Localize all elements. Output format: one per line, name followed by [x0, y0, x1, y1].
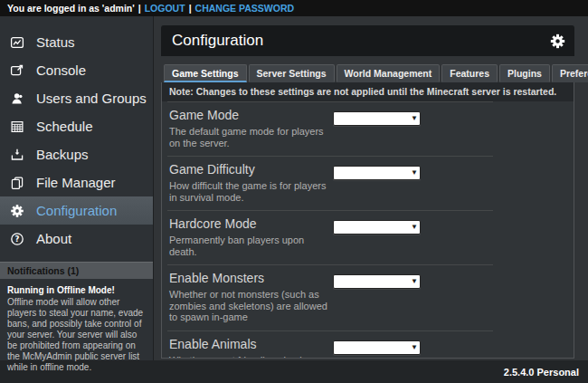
- setting-row-enable-animals: Enable Animals Whether or not friendly a…: [167, 330, 493, 359]
- tab-features[interactable]: Features: [441, 64, 498, 82]
- tab-content: Note: Changes to these settings are not …: [161, 82, 574, 359]
- sidebar-item-label: About: [36, 231, 71, 246]
- setting-description: Permanently ban players upon death.: [169, 235, 332, 257]
- sidebar-item-label: Backups: [36, 147, 89, 162]
- version-label: 2.5.4.0 Personal: [504, 367, 579, 378]
- status-icon: [9, 34, 25, 50]
- setting-row-enable-monsters: Enable Monsters Whether or not monsters …: [167, 264, 493, 330]
- sidebar-item-label: Status: [36, 34, 75, 50]
- sidebar-item-label: File Manager: [36, 175, 116, 190]
- enable-monsters-select[interactable]: ▼: [333, 274, 421, 289]
- panel-header: Configuration: [161, 25, 574, 56]
- setting-name: Enable Animals: [169, 337, 333, 351]
- sidebar-item-users-and-groups[interactable]: Users and Groups: [0, 84, 153, 112]
- notification-text: Offline mode will allow other players to…: [7, 297, 146, 373]
- sidebar-item-label: Users and Groups: [36, 91, 147, 106]
- configuration-gear-icon: [9, 203, 25, 218]
- sidebar-item-label: Schedule: [36, 119, 93, 134]
- setting-name: Game Mode: [169, 108, 333, 122]
- chevron-down-icon: ▼: [410, 276, 419, 287]
- restart-note: Note: Changes to these settings are not …: [162, 82, 574, 101]
- settings-table: Game Mode The default game mode for play…: [167, 101, 493, 359]
- top-bar: You are logged in as 'admin' | LOGOUT | …: [0, 0, 588, 16]
- gear-icon: [550, 34, 565, 49]
- users-icon: [9, 91, 25, 106]
- setting-description: Whether or not monsters (such as zombies…: [169, 289, 332, 323]
- logout-link[interactable]: LOGOUT: [145, 3, 185, 14]
- svg-text:?: ?: [15, 235, 20, 244]
- change-password-link[interactable]: CHANGE PASSWORD: [195, 3, 294, 14]
- sidebar-item-schedule[interactable]: Schedule: [0, 112, 153, 140]
- separator: |: [138, 3, 141, 14]
- about-question-icon: ?: [9, 231, 25, 246]
- setting-description: How difficult the game is for players in…: [169, 180, 332, 203]
- schedule-icon: [9, 119, 25, 134]
- tab-world-management[interactable]: World Management: [337, 64, 441, 82]
- separator: |: [189, 3, 192, 14]
- chevron-down-icon: ▼: [410, 113, 419, 124]
- file-manager-icon: [9, 175, 25, 190]
- sidebar-item-label: Console: [36, 62, 86, 78]
- setting-description: Whether or not friendly animals (such as…: [169, 355, 332, 359]
- setting-row-game-difficulty: Game Difficulty How difficult the game i…: [167, 156, 493, 210]
- main-wrapper: Status Console Users and Groups Schedule: [0, 16, 588, 360]
- backups-icon: [9, 147, 25, 162]
- hardcore-mode-select[interactable]: ▼: [333, 220, 421, 235]
- chevron-down-icon: ▼: [410, 342, 419, 353]
- setting-name: Hardcore Mode: [169, 216, 333, 231]
- sidebar-item-backups[interactable]: Backups: [0, 140, 153, 168]
- sidebar-item-console[interactable]: Console: [0, 56, 153, 84]
- content-area: Configuration Game Settings Server Setti…: [154, 16, 588, 360]
- settings-gear-button[interactable]: [548, 32, 566, 50]
- enable-animals-select[interactable]: ▼: [333, 340, 421, 355]
- sidebar-nav: Status Console Users and Groups Schedule: [0, 16, 153, 253]
- sidebar-item-file-manager[interactable]: File Manager: [0, 168, 153, 196]
- logged-in-text: You are logged in as 'admin': [7, 3, 135, 14]
- chevron-down-icon: ▼: [410, 168, 419, 178]
- tab-game-settings[interactable]: Game Settings: [164, 64, 247, 82]
- notifications-header: Notifications (1): [0, 262, 153, 279]
- sidebar-item-configuration[interactable]: Configuration: [0, 196, 153, 225]
- setting-name: Game Difficulty: [169, 162, 333, 177]
- chevron-down-icon: ▼: [410, 222, 419, 233]
- tab-preferences[interactable]: Preferences: [552, 64, 588, 82]
- sidebar-item-status[interactable]: Status: [0, 28, 153, 56]
- setting-row-hardcore-mode: Hardcore Mode Permanently ban players up…: [167, 210, 493, 264]
- setting-row-game-mode: Game Mode The default game mode for play…: [167, 101, 493, 156]
- tab-server-settings[interactable]: Server Settings: [249, 64, 335, 82]
- setting-name: Enable Monsters: [169, 271, 333, 285]
- page-title: Configuration: [172, 32, 263, 50]
- console-icon: [9, 62, 25, 78]
- notification-title: Running in Offline Mode!: [7, 285, 146, 296]
- setting-description: The default game mode for players on the…: [169, 126, 332, 148]
- tab-plugins[interactable]: Plugins: [499, 64, 550, 82]
- sidebar: Status Console Users and Groups Schedule: [0, 16, 154, 360]
- notification-body: Running in Offline Mode! Offline mode wi…: [0, 279, 153, 373]
- sidebar-item-about[interactable]: ? About: [0, 225, 153, 253]
- game-difficulty-select[interactable]: ▼: [333, 166, 421, 180]
- tab-bar: Game Settings Server Settings World Mana…: [164, 64, 574, 82]
- notifications-panel: Notifications (1) Running in Offline Mod…: [0, 262, 153, 373]
- game-mode-select[interactable]: ▼: [333, 111, 421, 126]
- sidebar-item-label: Configuration: [36, 203, 117, 218]
